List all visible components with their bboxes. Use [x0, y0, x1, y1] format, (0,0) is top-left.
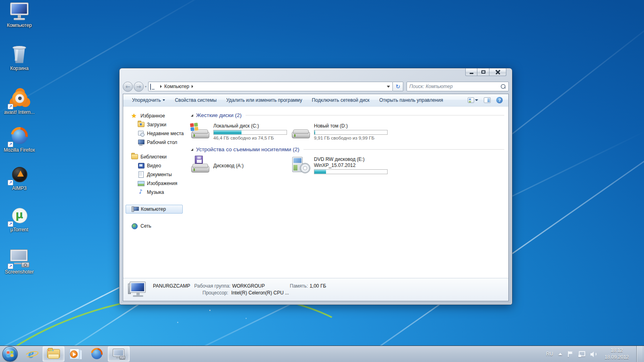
taskbar-item-explorer[interactable]	[43, 346, 64, 362]
workgroup-value: WORKGROUP	[232, 283, 265, 290]
refresh-button[interactable]: ↻	[393, 82, 403, 91]
shortcut-arrow-icon	[8, 263, 13, 269]
search-icon[interactable]	[500, 84, 506, 89]
search-box[interactable]	[407, 82, 509, 91]
views-button[interactable]	[468, 97, 478, 103]
desktop-icon-computer[interactable]: Компьютер	[0, 2, 39, 29]
start-button[interactable]	[2, 346, 18, 362]
section-rule	[246, 115, 504, 115]
show-hidden-icons-button[interactable]	[558, 353, 562, 355]
drive-item-e[interactable]: DVD RW дисковод (E:) WinXP_15.07.2012	[291, 156, 392, 175]
network-tray-icon[interactable]	[578, 351, 585, 357]
drive-item-d[interactable]: Новый том (D:) 9,91 ГБ свободно из 9,99 …	[291, 122, 392, 141]
media-player-icon	[69, 348, 82, 360]
sidebar-label: Библиотеки	[140, 154, 167, 160]
sidebar-item-libraries[interactable]: Библиотеки	[126, 152, 184, 161]
favorites-star-icon	[131, 113, 138, 119]
forward-button[interactable]: →	[134, 82, 144, 92]
uninstall-program-button[interactable]: Удалить или изменить программу	[221, 94, 307, 106]
desktop-icon-avast[interactable]: avast! Intern...	[0, 88, 39, 115]
maximize-button[interactable]	[477, 68, 489, 76]
taskbar-item-internet-explorer[interactable]: e	[21, 346, 43, 362]
drive-name: Локальный диск (C:)	[213, 123, 288, 129]
documents-icon	[138, 171, 144, 178]
desktop-icon-firefox[interactable]: Mozilla Firefox	[0, 126, 39, 153]
free-space-text: 9,91 ГБ свободно из 9,99 ГБ	[314, 136, 389, 140]
network-icon	[131, 223, 138, 229]
videos-icon	[138, 162, 144, 169]
sidebar-item-recent-places[interactable]: Недавние места	[126, 129, 184, 138]
breadcrumb[interactable]: Компьютер	[164, 84, 189, 89]
firefox-icon	[91, 348, 103, 360]
uninstall-program-label: Удалить или изменить программу	[226, 97, 302, 103]
disc-label: WinXP_15.07.2012	[314, 162, 389, 169]
volume-icon[interactable]	[590, 351, 597, 357]
help-button[interactable]: ?	[496, 97, 503, 103]
desktop-wallpaper: Компьютер Корзина avast! Intern... Mozil…	[0, 0, 644, 362]
preview-pane-button[interactable]	[484, 97, 491, 103]
breadcrumb-arrow-icon[interactable]	[192, 85, 193, 88]
drive-item-c[interactable]: Локальный диск (C:) 46,4 ГБ свободно из …	[191, 122, 291, 141]
shortcut-arrow-icon	[8, 104, 13, 109]
sidebar-item-desktop[interactable]: Рабочий стол	[126, 138, 184, 147]
collapse-triangle-icon	[191, 114, 193, 117]
desktop-icon-aimp3[interactable]: AIMP3	[0, 165, 39, 191]
sidebar-item-music[interactable]: Музыка	[126, 188, 184, 197]
close-button[interactable]	[489, 68, 506, 76]
sidebar-item-videos[interactable]: Видео	[126, 161, 184, 170]
libraries-icon	[131, 154, 138, 160]
system-properties-button[interactable]: Свойства системы	[170, 94, 221, 106]
capacity-bar	[213, 130, 287, 135]
taskbar: e RU	[0, 346, 644, 362]
windows-flag-icon	[6, 351, 14, 357]
sidebar-item-pictures[interactable]: Изображения	[126, 179, 184, 188]
free-space-text: 46,4 ГБ свободно из 74,5 ГБ	[213, 136, 288, 140]
internet-explorer-icon: e	[26, 348, 38, 360]
sidebar-label: Сеть	[140, 223, 151, 229]
drive-item-a[interactable]: Дисковод (A:)	[191, 156, 291, 175]
minimize-button[interactable]	[465, 68, 477, 76]
organize-menu[interactable]: Упорядочить	[127, 94, 170, 106]
sidebar-item-downloads[interactable]: Загрузки	[126, 120, 184, 129]
sidebar-item-favorites[interactable]: Избранное	[126, 111, 184, 120]
shortcut-arrow-icon	[8, 180, 13, 185]
navigation-pane: Избранное Загрузки Недавние места Рабочи…	[123, 107, 184, 278]
command-bar: Упорядочить Свойства системы Удалить или…	[123, 94, 508, 107]
drive-name: Новый том (D:)	[314, 123, 389, 129]
drive-name: DVD RW дисковод (E:)	[314, 156, 389, 162]
action-center-icon[interactable]	[568, 351, 573, 357]
dropdown-arrow-icon	[163, 99, 165, 101]
navigation-bar: ← → ▾ Компьютер ↻	[123, 80, 509, 93]
computer-icon	[9, 2, 30, 22]
desktop-icon-recycle-bin[interactable]: Корзина	[0, 45, 39, 72]
sidebar-label: Загрузки	[147, 122, 166, 128]
search-input[interactable]	[409, 84, 500, 89]
music-icon	[138, 189, 144, 195]
show-desktop-button[interactable]	[636, 346, 642, 362]
address-dropdown-icon[interactable]	[387, 86, 390, 88]
back-button[interactable]: ←	[123, 82, 133, 92]
taskbar-item-media-player[interactable]	[64, 346, 86, 362]
breadcrumb-arrow-icon[interactable]	[160, 85, 162, 88]
map-network-drive-button[interactable]: Подключить сетевой диск	[307, 94, 374, 106]
language-indicator[interactable]: RU	[546, 351, 553, 357]
sidebar-item-documents[interactable]: Документы	[126, 170, 184, 179]
open-control-panel-label: Открыть панель управления	[379, 97, 443, 103]
screenshoter-icon	[9, 248, 30, 268]
sidebar-item-network[interactable]: Сеть	[126, 222, 184, 230]
taskbar-item-screenshoter[interactable]	[108, 346, 130, 362]
desktop-icon-utorrent[interactable]: µ µTorrent	[0, 206, 39, 233]
clock[interactable]: 18:12 18.09.2012	[602, 347, 631, 361]
recent-pages-chevron-icon[interactable]: ▾	[145, 85, 147, 88]
section-header-hard-disks[interactable]: Жесткие диски (2)	[191, 112, 504, 118]
desktop-icon-label: AIMP3	[12, 186, 27, 191]
sidebar-label: Рабочий стол	[147, 140, 177, 145]
open-control-panel-button[interactable]: Открыть панель управления	[374, 94, 448, 106]
address-bar[interactable]: Компьютер	[148, 82, 393, 91]
desktop-icon-screenshoter[interactable]: Screenshoter	[0, 248, 39, 275]
section-header-removable[interactable]: Устройства со съемными носителями (2)	[191, 146, 504, 152]
capacity-bar	[314, 169, 388, 174]
sidebar-item-computer[interactable]: Компьютер	[126, 205, 183, 214]
computer-icon	[132, 206, 138, 212]
taskbar-item-firefox[interactable]	[86, 346, 108, 362]
